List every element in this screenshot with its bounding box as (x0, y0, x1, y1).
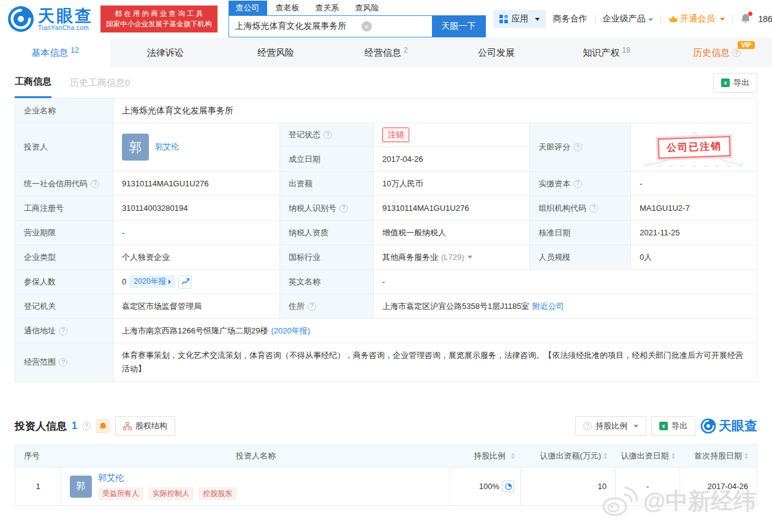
user-phone-menu[interactable]: 186*... (759, 14, 772, 24)
subtab-history-business-info[interactable]: 历史工商信息0 (70, 67, 130, 98)
search-tab-relation[interactable]: 查关系 (308, 1, 347, 15)
investor-label: 投资人 (15, 123, 113, 171)
equity-structure-button[interactable]: 股权结构 (115, 416, 175, 436)
tab-basic-info[interactable]: 基本信息12 (0, 38, 110, 67)
chevron-down-icon[interactable] (467, 256, 472, 259)
sort-icon (672, 453, 675, 459)
monitor-bell-icon[interactable] (96, 419, 110, 433)
tab-count: 12 (70, 46, 78, 55)
export-button[interactable]: 导出 (651, 416, 695, 436)
company-tabbar: 基本信息12 法律诉讼 经营风险 经营信息2 公司发展 知识产权18 历史信息 … (0, 38, 772, 67)
score-cell: 公司已注销 (631, 123, 757, 171)
tab-label: 基本信息 (31, 47, 68, 59)
apps-menu[interactable]: 应用 (493, 10, 546, 28)
address-label: 住所 (280, 294, 374, 318)
nav-vip[interactable]: 开通会员 (668, 13, 725, 25)
tab-operation-risk[interactable]: 经营风险 (221, 38, 331, 67)
nav-cooperation[interactable]: 商务合作 (553, 13, 588, 25)
tianyancha-logo[interactable]: 天眼查 TianYanCha.com (7, 6, 93, 32)
divider (595, 14, 596, 24)
company-type-label: 企业类型 (15, 245, 113, 269)
chevron-down-icon (535, 18, 540, 21)
business-info-table: 企业名称 上海烁光体育文化发展事务所 投资人 郭 郭艾伦 登记状态 注销 成立日… (15, 98, 757, 382)
avatar[interactable]: 郭 (70, 476, 92, 498)
vip-badge: VIP (738, 41, 755, 49)
tianyancha-logo-text: 天眼查 (719, 417, 757, 435)
mail-address-label: 通信地址 (15, 319, 113, 343)
investor-name-link[interactable]: 郭艾伦 (155, 142, 179, 153)
help-icon[interactable] (573, 143, 582, 151)
staff-size-value: 0人 (631, 245, 757, 269)
investors-table-header: 序号 投资人名称 持股比例 认缴出资额(万元) 认缴出资日期 首次持股日期 (15, 445, 757, 467)
col-first-holding-date[interactable]: 首次持股日期 (680, 450, 757, 462)
annual-report-link[interactable]: (2020年报) (271, 325, 310, 336)
tab-operation-info[interactable]: 经营信息2 (331, 38, 441, 67)
tab-history-info[interactable]: 历史信息 VIP (662, 38, 772, 67)
pie-chart-icon[interactable] (502, 481, 514, 492)
top-header: 天眼查 TianYanCha.com 都 在 用 的 商 业 查 询 工 具 国… (0, 0, 772, 38)
crown-icon (668, 15, 678, 23)
table-row: 1 郭 郭艾伦 受益所有人 实际控制人 控股股东 100% 10 - 2017-… (15, 467, 757, 505)
promo-banner: 都 在 用 的 商 业 查 询 工 具 国家中小企业发展子基金旗下机构 (100, 6, 218, 32)
nav-enterprise-label: 企业级产品 (603, 13, 646, 23)
help-icon[interactable] (308, 302, 316, 311)
business-scope-value: 体育赛事策划，文化艺术交流策划，体育咨询（不得从事经纪），商务咨询，企业管理咨询… (113, 343, 757, 381)
tab-company-development[interactable]: 公司发展 (441, 38, 551, 67)
help-icon[interactable] (732, 48, 741, 57)
clear-search-icon[interactable] (361, 21, 372, 32)
status-badge: 注销 (382, 127, 409, 142)
help-icon[interactable] (589, 204, 598, 213)
org-code-label: 组织机构代码 (530, 196, 631, 220)
help-icon[interactable] (59, 358, 67, 367)
trend-chart-icon[interactable] (178, 275, 192, 289)
search-button[interactable]: 天眼一下 (432, 15, 486, 37)
logo-domain: TianYanCha.com (38, 25, 93, 31)
subtab-business-info[interactable]: 工商信息 (15, 67, 51, 98)
staff-size-label: 人员规模 (530, 245, 631, 269)
help-icon[interactable] (59, 327, 67, 335)
promo-line2: 国家中小企业发展子基金旗下机构 (106, 19, 212, 29)
help-icon[interactable] (91, 180, 99, 188)
help-icon[interactable] (339, 204, 348, 213)
export-label: 导出 (672, 420, 687, 431)
holding-ratio-dropdown[interactable]: 持股比例 (575, 416, 646, 436)
nav-enterprise[interactable]: 企业级产品 (603, 13, 653, 25)
mail-address-value: 上海市南京西路1266号恒隆广场二期29楼(2020年报) (113, 319, 757, 343)
export-button[interactable]: 导出 (713, 73, 757, 93)
company-name-label: 企业名称 (15, 99, 113, 123)
reg-status-label: 登记状态 (280, 123, 374, 147)
logo-text: 天眼查 (38, 7, 93, 25)
avatar[interactable]: 郭 (122, 134, 149, 161)
tab-legal[interactable]: 法律诉讼 (110, 38, 221, 67)
credit-code-label: 统一社会信用代码 (15, 172, 113, 196)
investor-name-link[interactable]: 郭艾伦 (98, 473, 124, 482)
apps-grid-icon (499, 15, 508, 23)
tab-intellectual-property[interactable]: 知识产权18 (551, 38, 662, 67)
help-icon[interactable] (82, 422, 91, 430)
search-tab-boss[interactable]: 查老板 (268, 1, 307, 15)
search-input[interactable] (229, 15, 432, 37)
col-index: 序号 (15, 450, 61, 462)
annual-report-badge[interactable]: 2020年报 (129, 275, 175, 288)
help-icon[interactable] (573, 180, 582, 188)
investors-header: 投资人信息 1 股权结构 持股比例 导出 天眼查 (15, 416, 757, 436)
tag-controlling-shareholder: 控股股东 (199, 487, 237, 500)
investors-title: 投资人信息 (15, 419, 67, 433)
english-name-label: 英文名称 (280, 270, 374, 294)
chevron-down-icon (720, 18, 725, 21)
reg-number-value: 310114003280194 (113, 196, 280, 220)
col-holding-ratio[interactable]: 持股比例 (450, 450, 521, 462)
col-subscribed-amount[interactable]: 认缴出资额(万元) (521, 450, 616, 462)
insured-label: 参保人数 (15, 270, 113, 294)
search-tab-company[interactable]: 查公司 (229, 1, 267, 15)
deregistered-stamp: 公司已注销 (657, 135, 730, 158)
industry-value: 其他商务服务业(L729) (374, 245, 530, 269)
help-icon[interactable] (324, 131, 332, 139)
notifications-bell-icon[interactable] (740, 13, 751, 26)
chevron-down-icon (634, 425, 638, 428)
col-subscribed-date[interactable]: 认缴出资日期 (616, 450, 680, 462)
subtab-row: 工商信息 历史工商信息0 导出 (0, 67, 772, 98)
nearby-companies-link[interactable]: 附近公司 (532, 301, 564, 312)
reg-status-value: 注销 (374, 123, 530, 147)
search-tab-risk[interactable]: 查风险 (348, 1, 387, 15)
